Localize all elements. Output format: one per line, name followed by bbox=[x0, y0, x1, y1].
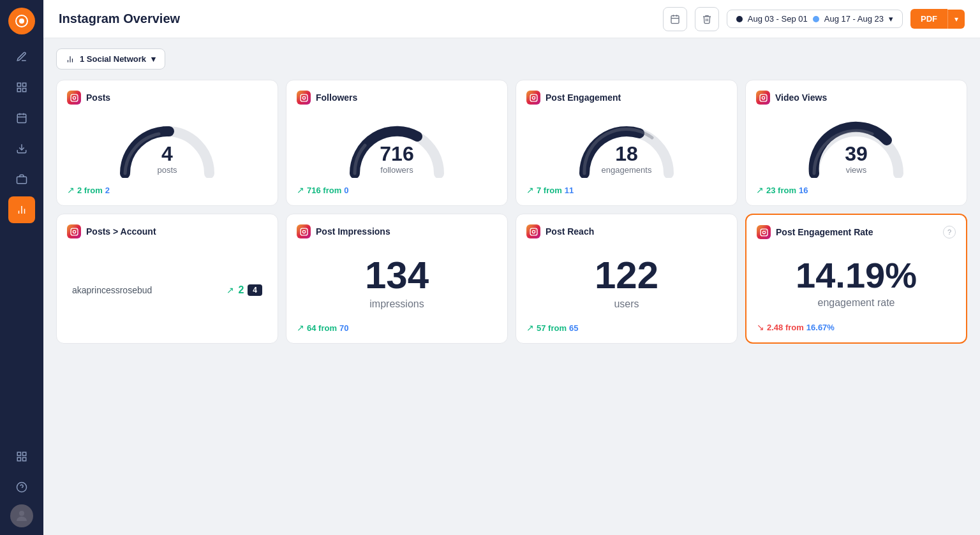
svg-rect-50 bbox=[761, 229, 768, 236]
pdf-export-btn[interactable]: PDF bbox=[910, 9, 947, 29]
svg-rect-38 bbox=[760, 94, 767, 101]
video-views-trend-icon: ↗ bbox=[756, 185, 764, 195]
post-engagement-gauge: 18 engagements bbox=[526, 112, 727, 177]
followers-footer: ↗ 716 from 0 bbox=[297, 185, 497, 195]
main-area: Instagram Overview Aug 03 - Sep 01 Aug 1… bbox=[43, 0, 980, 535]
svg-rect-6 bbox=[17, 114, 26, 123]
svg-point-46 bbox=[305, 229, 306, 230]
pdf-dropdown-btn[interactable]: ▾ bbox=[947, 10, 965, 29]
post-reach-title-row: Post Reach bbox=[526, 224, 594, 238]
post-engagement-rate-value-container: 14.19% engagement rate bbox=[757, 247, 956, 314]
help-icon-rate[interactable]: ? bbox=[943, 226, 956, 238]
post-engagement-unit: engagements bbox=[602, 165, 652, 175]
followers-value: 716 bbox=[380, 143, 413, 164]
video-views-value: 39 bbox=[845, 143, 868, 164]
instagram-icon-video-views bbox=[756, 91, 770, 105]
svg-rect-29 bbox=[71, 94, 78, 101]
post-engagement-rate-title: Post Engagement Rate bbox=[776, 227, 873, 237]
video-views-gauge: 39 views bbox=[756, 112, 956, 177]
reach-change: 57 from bbox=[537, 323, 567, 333]
followers-card: Followers 716 followers bbox=[286, 80, 508, 206]
svg-rect-17 bbox=[17, 458, 20, 461]
filter-bar: 1 Social Network ▾ bbox=[56, 48, 967, 70]
svg-point-1 bbox=[19, 18, 24, 24]
post-impressions-value-container: 134 impressions bbox=[297, 246, 497, 315]
svg-rect-44 bbox=[301, 228, 308, 235]
trash-btn[interactable] bbox=[695, 7, 719, 31]
posts-gauge: 4 posts bbox=[67, 112, 267, 177]
post-engagement-rate-unit: engagement rate bbox=[818, 297, 895, 309]
svg-rect-11 bbox=[17, 177, 27, 184]
dashboard-icon[interactable] bbox=[8, 74, 35, 101]
video-views-title: Video Views bbox=[775, 92, 827, 103]
help-icon[interactable] bbox=[8, 474, 35, 501]
post-reach-value: 122 bbox=[595, 256, 658, 295]
followers-gauge: 716 followers bbox=[297, 112, 497, 177]
calendar-action-btn[interactable] bbox=[663, 7, 687, 31]
instagram-icon-posts bbox=[67, 91, 81, 105]
post-engagement-rate-title-row: Post Engagement Rate bbox=[757, 225, 873, 239]
grid-icon[interactable] bbox=[8, 443, 35, 470]
post-impressions-title-row: Post Impressions bbox=[297, 224, 390, 238]
sidebar bbox=[0, 0, 43, 535]
analytics-icon[interactable] bbox=[8, 196, 35, 223]
post-impressions-title: Post Impressions bbox=[316, 226, 390, 237]
cards-grid: Posts 4 bbox=[56, 80, 967, 344]
video-views-unit: views bbox=[845, 165, 868, 175]
post-engagement-card: Post Engagement 18 engagements bbox=[516, 80, 738, 206]
instagram-icon-followers bbox=[297, 91, 311, 105]
download-icon[interactable] bbox=[8, 135, 35, 162]
post-engagement-rate-value: 14.19% bbox=[796, 258, 917, 293]
posts-trend-icon: ↗ bbox=[67, 185, 75, 195]
avatar[interactable] bbox=[10, 504, 33, 527]
calendar-icon[interactable] bbox=[8, 105, 35, 131]
rate-from: 16.67% bbox=[806, 323, 835, 332]
post-impressions-value: 134 bbox=[365, 256, 429, 295]
svg-rect-16 bbox=[23, 452, 26, 455]
posts-footer: ↗ 2 from 2 bbox=[67, 185, 267, 195]
post-engagement-rate-footer: ↘ 2.48 from 16.67% bbox=[757, 322, 956, 332]
briefcase-icon[interactable] bbox=[8, 166, 35, 193]
video-views-header: Video Views bbox=[756, 91, 956, 105]
svg-point-30 bbox=[73, 96, 75, 99]
post-engagement-rate-card: Post Engagement Rate ? 14.19% engagement… bbox=[745, 214, 967, 344]
logo[interactable] bbox=[8, 8, 35, 34]
posts-change: 2 from bbox=[77, 186, 103, 195]
header: Instagram Overview Aug 03 - Sep 01 Aug 1… bbox=[43, 0, 980, 38]
svg-point-31 bbox=[75, 95, 76, 96]
instagram-icon-rate bbox=[757, 225, 771, 239]
followers-unit: followers bbox=[380, 165, 413, 175]
svg-point-49 bbox=[535, 229, 535, 230]
post-engagement-title: Post Engagement bbox=[546, 92, 621, 103]
svg-rect-47 bbox=[530, 228, 537, 235]
svg-point-36 bbox=[532, 96, 535, 99]
svg-point-52 bbox=[765, 230, 766, 230]
followers-card-title: Followers bbox=[316, 92, 357, 103]
filter-chevron-icon: ▾ bbox=[151, 54, 156, 64]
post-impressions-footer: ↗ 64 from 70 bbox=[297, 323, 497, 333]
filter-label: 1 Social Network bbox=[80, 54, 146, 64]
post-impressions-card: Post Impressions 134 impressions ↗ 64 fr… bbox=[286, 214, 508, 344]
social-network-filter[interactable]: 1 Social Network ▾ bbox=[56, 48, 165, 70]
video-views-title-row: Video Views bbox=[756, 91, 827, 105]
post-reach-unit: users bbox=[614, 298, 639, 310]
posts-card-header: Posts bbox=[67, 91, 267, 105]
instagram-icon-engagement bbox=[526, 91, 540, 105]
post-impressions-unit: impressions bbox=[369, 298, 424, 310]
post-engagement-change: 7 from bbox=[537, 186, 562, 195]
svg-rect-32 bbox=[301, 94, 308, 101]
svg-point-34 bbox=[305, 95, 306, 96]
svg-rect-15 bbox=[17, 452, 20, 455]
svg-point-48 bbox=[532, 230, 535, 233]
video-views-card: Video Views 39 views bbox=[745, 80, 967, 206]
compose-icon[interactable] bbox=[8, 43, 35, 70]
primary-date-range: Aug 03 - Sep 01 bbox=[748, 14, 808, 24]
post-engagement-footer: ↗ 7 from 11 bbox=[526, 185, 727, 195]
impressions-from: 70 bbox=[339, 323, 348, 333]
svg-point-42 bbox=[73, 230, 75, 233]
post-impressions-header: Post Impressions bbox=[297, 224, 497, 238]
posts-card-title: Posts bbox=[86, 92, 110, 103]
video-views-from: 16 bbox=[799, 186, 808, 195]
posts-account-title-row: Posts > Account bbox=[67, 224, 156, 238]
date-range-selector[interactable]: Aug 03 - Sep 01 Aug 17 - Aug 23 ▾ bbox=[727, 10, 903, 28]
